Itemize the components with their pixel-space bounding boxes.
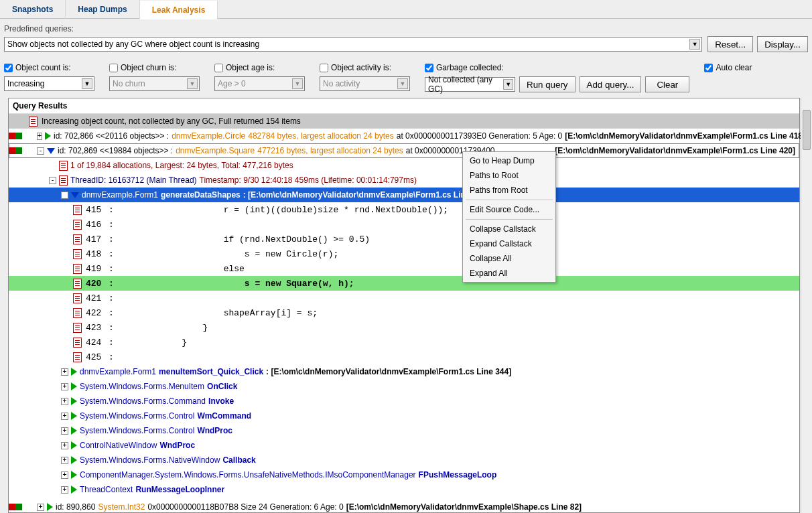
source-line[interactable]: 416: bbox=[9, 217, 799, 232]
expand-icon[interactable]: + bbox=[61, 442, 68, 449]
source-line[interactable]: 415: r = (int)((double)size * rnd.NextDo… bbox=[9, 202, 799, 217]
line-number: 425 bbox=[86, 352, 109, 362]
callstack-selected[interactable]: - dnmvExample.Form1 generateDataShapes :… bbox=[9, 188, 799, 202]
age-checkbox[interactable] bbox=[214, 64, 223, 72]
gc-checkbox-label[interactable]: Garbage collected: bbox=[425, 63, 689, 72]
doc-icon bbox=[73, 352, 82, 362]
count-select[interactable]: Increasing▼ bbox=[4, 76, 94, 91]
callstack-row[interactable]: +ThreadContext RunMessageLoopInner bbox=[9, 482, 799, 497]
menu-item[interactable]: Collapse Callstack bbox=[463, 222, 555, 236]
autoclear-checkbox-label[interactable]: Auto clear bbox=[704, 63, 752, 72]
display-button[interactable]: Display... bbox=[757, 36, 808, 52]
source-line[interactable]: 424: } bbox=[9, 335, 799, 350]
count-checkbox[interactable] bbox=[4, 64, 13, 72]
source-line[interactable]: 418: s = new Circle(r); bbox=[9, 246, 799, 261]
gc-checkbox[interactable] bbox=[425, 64, 433, 72]
thread-row[interactable]: - ThreadID: 16163712 (Main Thread) Times… bbox=[9, 173, 799, 188]
context-menu[interactable]: Go to Heap DumpPaths to RootPaths from R… bbox=[462, 151, 556, 283]
source-line[interactable]: 425: bbox=[9, 350, 799, 364]
count-checkbox-label[interactable]: Object count is: bbox=[4, 63, 94, 72]
menu-item[interactable]: Collapse All bbox=[463, 251, 555, 266]
triangle-right-icon bbox=[71, 397, 77, 405]
callstack-row[interactable]: +ControlNativeWindow WndProc bbox=[9, 438, 799, 453]
activity-checkbox-label[interactable]: Object activity is: bbox=[320, 63, 410, 72]
expand-icon[interactable]: + bbox=[61, 427, 68, 435]
add-query-button[interactable]: Add query... bbox=[580, 76, 642, 92]
expand-icon[interactable]: + bbox=[61, 457, 68, 464]
tab-leak-analysis[interactable]: Leak Analysis bbox=[140, 1, 218, 19]
expand-icon[interactable]: + bbox=[37, 133, 42, 140]
vertical-scrollbar[interactable] bbox=[801, 98, 812, 513]
doc-icon bbox=[73, 308, 82, 318]
marker-icon bbox=[15, 147, 22, 154]
source-text: if (rnd.NextDouble() >= 0.5) bbox=[114, 234, 370, 244]
object-row[interactable]: + id: 702,866 <<20116 objects>> : dnmvEx… bbox=[9, 129, 799, 143]
doc-icon bbox=[73, 249, 82, 259]
triangle-down-icon bbox=[71, 192, 79, 198]
predefined-query-select[interactable]: Show objects not collected by any GC whe… bbox=[4, 37, 702, 52]
marker-icon bbox=[9, 133, 15, 139]
triangle-right-icon bbox=[71, 412, 77, 420]
object-row[interactable]: + id: 890,860 System.Int32 0x00000000001… bbox=[9, 500, 799, 513]
doc-icon bbox=[73, 264, 82, 274]
source-line[interactable]: 421: bbox=[9, 291, 799, 305]
age-checkbox-label[interactable]: Object age is: bbox=[214, 63, 305, 72]
menu-item[interactable]: Expand Callstack bbox=[463, 236, 555, 251]
collapse-icon[interactable]: - bbox=[61, 192, 68, 199]
expand-icon[interactable]: + bbox=[61, 398, 68, 405]
churn-checkbox[interactable] bbox=[109, 64, 118, 72]
callstack-row[interactable]: +System.Windows.Forms.Command Invoke bbox=[9, 394, 799, 409]
callstack-row[interactable]: +ComponentManager.System.Windows.Forms.U… bbox=[9, 467, 799, 482]
menu-item[interactable]: Paths from Root bbox=[463, 183, 555, 198]
expand-icon[interactable]: + bbox=[37, 504, 44, 511]
chevron-down-icon: ▼ bbox=[397, 78, 408, 89]
callstack-row[interactable]: +System.Windows.Forms.NativeWindow Callb… bbox=[9, 453, 799, 467]
object-row-selected[interactable]: - id: 702,869 <<19884 objects>> : dnmvEx… bbox=[9, 143, 799, 158]
source-line[interactable]: 423: } bbox=[9, 320, 799, 335]
tab-heap-dumps[interactable]: Heap Dumps bbox=[66, 0, 139, 19]
callstack-row[interactable]: +System.Windows.Forms.MenuItem OnClick bbox=[9, 379, 799, 394]
run-query-button[interactable]: Run query bbox=[519, 76, 576, 92]
expand-icon[interactable]: + bbox=[61, 413, 68, 420]
expand-icon[interactable]: + bbox=[61, 383, 68, 390]
callstack-row[interactable]: +dnmvExample.Form1 menuItemSort_Quick_Cl… bbox=[9, 364, 799, 379]
expand-icon[interactable]: + bbox=[61, 368, 68, 376]
menu-item[interactable]: Paths to Root bbox=[463, 168, 555, 183]
collapse-icon[interactable]: - bbox=[37, 147, 44, 155]
gc-select[interactable]: Not collected (any GC)▼ bbox=[425, 77, 515, 92]
chevron-down-icon: ▼ bbox=[82, 78, 92, 89]
source-line[interactable]: 420: s = new Square(w, h); bbox=[9, 276, 799, 291]
collapse-icon[interactable]: - bbox=[49, 177, 56, 184]
expand-icon[interactable]: + bbox=[61, 471, 68, 479]
scrollbar-thumb[interactable] bbox=[803, 110, 811, 150]
predefined-query-text: Show objects not collected by any GC whe… bbox=[7, 40, 259, 49]
autoclear-checkbox[interactable] bbox=[704, 64, 713, 72]
allocation-summary[interactable]: + 1 of 19,884 allocations, Largest: 24 b… bbox=[9, 158, 799, 173]
triangle-down-icon bbox=[47, 148, 55, 154]
results-tree[interactable]: + id: 702,866 <<20116 objects>> : dnmvEx… bbox=[9, 129, 799, 513]
source-text: s = new Circle(r); bbox=[114, 249, 338, 259]
doc-icon bbox=[73, 323, 82, 333]
source-line[interactable]: 422: shapeArray[i] = s; bbox=[9, 305, 799, 320]
triangle-right-icon bbox=[71, 382, 77, 390]
menu-item[interactable]: Edit Source Code... bbox=[463, 202, 555, 217]
query-results-title: Query Results bbox=[9, 98, 799, 114]
reset-button[interactable]: Reset... bbox=[707, 36, 753, 52]
menu-item[interactable]: Expand All bbox=[463, 266, 555, 281]
activity-checkbox[interactable] bbox=[320, 64, 328, 72]
clear-button[interactable]: Clear bbox=[645, 76, 689, 92]
menu-item[interactable]: Go to Heap Dump bbox=[463, 153, 555, 168]
churn-checkbox-label[interactable]: Object churn is: bbox=[109, 63, 200, 72]
triangle-right-icon bbox=[71, 368, 77, 376]
doc-icon bbox=[73, 338, 82, 348]
expand-icon[interactable]: + bbox=[61, 486, 68, 494]
triangle-right-icon bbox=[71, 427, 77, 435]
source-line[interactable]: 419: else bbox=[9, 261, 799, 276]
tab-snapshots[interactable]: Snapshots bbox=[0, 0, 66, 19]
line-number: 415 bbox=[86, 205, 109, 215]
callstack-row[interactable]: +System.Windows.Forms.Control WndProc bbox=[9, 423, 799, 438]
callstack-row[interactable]: +System.Windows.Forms.Control WmCommand bbox=[9, 409, 799, 423]
source-text bbox=[114, 220, 125, 230]
line-number: 423 bbox=[86, 323, 109, 333]
source-line[interactable]: 417: if (rnd.NextDouble() >= 0.5) bbox=[9, 232, 799, 246]
